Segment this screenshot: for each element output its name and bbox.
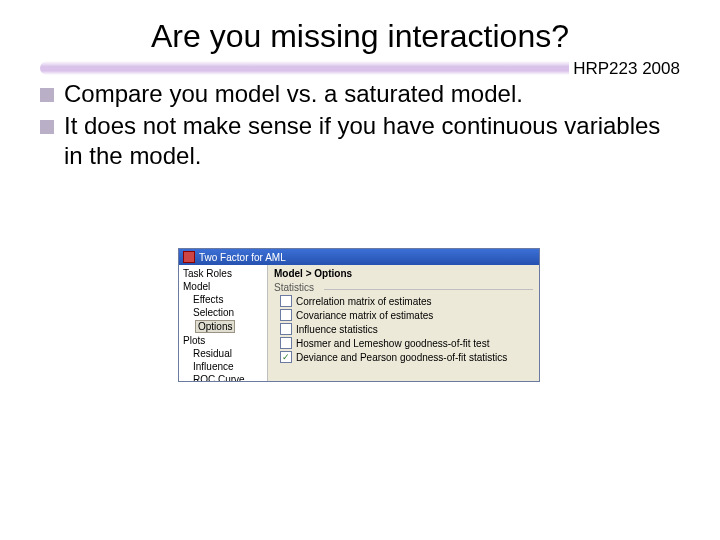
dialog-window: Two Factor for AML Task Roles Model Effe… [178, 248, 540, 382]
bullet-list: Compare you model vs. a saturated model.… [40, 79, 680, 171]
header-label: HRP223 2008 [569, 59, 680, 79]
tree-item-roc[interactable]: ROC Curve [179, 373, 267, 381]
checkbox-label: Hosmer and Lemeshow goodness-of-fit test [296, 338, 489, 349]
tree-item-plots[interactable]: Plots [179, 334, 267, 347]
checkbox-row[interactable]: Influence statistics [274, 322, 533, 336]
bullet-icon [40, 88, 54, 102]
checkbox-row[interactable]: Hosmer and Lemeshow goodness-of-fit test [274, 336, 533, 350]
tree-item-selection[interactable]: Selection [179, 306, 267, 319]
breadcrumb: Model > Options [268, 265, 539, 280]
checkbox-label: Influence statistics [296, 324, 378, 335]
list-item: It does not make sense if you have conti… [40, 111, 680, 171]
checkbox-icon[interactable] [280, 309, 292, 321]
dialog-title-text: Two Factor for AML [199, 252, 286, 263]
bullet-text: Compare you model vs. a saturated model. [64, 79, 680, 109]
checkbox-row[interactable]: Covariance matrix of estimates [274, 308, 533, 322]
divider: HRP223 2008 [40, 61, 680, 75]
statistics-group: Statistics Correlation matrix of estimat… [274, 282, 533, 364]
app-icon [183, 251, 195, 263]
tree-item-influence[interactable]: Influence [179, 360, 267, 373]
checkbox-icon[interactable] [280, 295, 292, 307]
tree-item-task-roles[interactable]: Task Roles [179, 267, 267, 280]
checkbox-row[interactable]: ✓ Deviance and Pearson goodness-of-fit s… [274, 350, 533, 364]
tree-item-effects[interactable]: Effects [179, 293, 267, 306]
checkbox-icon[interactable]: ✓ [280, 351, 292, 363]
list-item: Compare you model vs. a saturated model. [40, 79, 680, 109]
tree-item-options[interactable]: Options [179, 319, 267, 334]
checkbox-label: Deviance and Pearson goodness-of-fit sta… [296, 352, 507, 363]
bullet-icon [40, 120, 54, 134]
tree-item-model[interactable]: Model [179, 280, 267, 293]
options-pane: Model > Options Statistics Correlation m… [268, 265, 539, 381]
bullet-text: It does not make sense if you have conti… [64, 111, 680, 171]
group-divider [324, 289, 533, 290]
checkbox-icon[interactable] [280, 323, 292, 335]
dialog-titlebar: Two Factor for AML [179, 249, 539, 265]
checkbox-label: Correlation matrix of estimates [296, 296, 432, 307]
slide-title: Are you missing interactions? [0, 18, 720, 55]
tree-item-residual[interactable]: Residual [179, 347, 267, 360]
nav-tree[interactable]: Task Roles Model Effects Selection Optio… [179, 265, 268, 381]
checkbox-label: Covariance matrix of estimates [296, 310, 433, 321]
checkbox-icon[interactable] [280, 337, 292, 349]
divider-highlight [40, 61, 640, 75]
checkbox-row[interactable]: Correlation matrix of estimates [274, 294, 533, 308]
